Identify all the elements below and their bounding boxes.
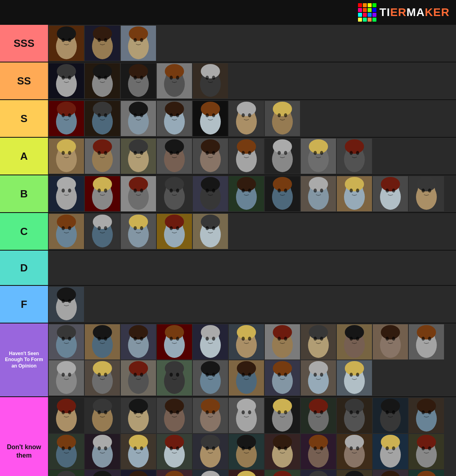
char-slot[interactable] <box>157 470 192 476</box>
char-slot[interactable] <box>121 470 156 476</box>
char-slot[interactable] <box>265 360 300 396</box>
char-slot[interactable] <box>85 470 120 476</box>
char-slot[interactable] <box>265 470 300 476</box>
char-slot[interactable] <box>337 139 372 174</box>
char-slot[interactable] <box>337 360 372 396</box>
char-slot[interactable] <box>121 101 156 136</box>
char-slot[interactable] <box>301 176 336 211</box>
char-slot[interactable] <box>229 139 264 174</box>
char-slot[interactable] <box>49 176 84 211</box>
char-slot[interactable] <box>85 398 120 433</box>
char-slot[interactable] <box>373 398 408 433</box>
char-slot[interactable] <box>265 101 300 136</box>
char-slot[interactable] <box>157 101 192 136</box>
char-slot[interactable] <box>85 26 120 61</box>
char-slot[interactable] <box>337 434 372 469</box>
char-slot[interactable] <box>49 324 84 360</box>
char-slot[interactable] <box>121 176 156 211</box>
char-slot[interactable] <box>121 360 156 396</box>
char-slot[interactable] <box>337 324 372 360</box>
char-slot[interactable] <box>301 360 336 396</box>
char-slot[interactable] <box>157 176 192 211</box>
char-slot[interactable] <box>301 324 336 360</box>
char-slot[interactable] <box>121 434 156 469</box>
char-slot[interactable] <box>157 434 192 469</box>
char-slot[interactable] <box>49 287 84 322</box>
char-slot[interactable] <box>85 176 120 211</box>
char-slot[interactable] <box>193 398 228 433</box>
char-slot[interactable] <box>337 398 372 433</box>
char-slot[interactable] <box>337 470 372 476</box>
char-slot[interactable] <box>121 214 156 249</box>
char-slot[interactable] <box>157 139 192 174</box>
svg-rect-183 <box>301 139 336 174</box>
char-slot[interactable] <box>157 398 192 433</box>
svg-rect-375 <box>229 324 264 360</box>
char-slot[interactable] <box>265 139 300 174</box>
char-slot[interactable] <box>373 324 408 360</box>
char-slot[interactable] <box>49 101 84 136</box>
char-slot[interactable] <box>409 176 444 211</box>
svg-rect-23 <box>121 26 156 61</box>
char-slot[interactable] <box>157 360 192 396</box>
char-slot[interactable] <box>49 139 84 174</box>
char-slot[interactable] <box>49 470 84 476</box>
char-slot[interactable] <box>121 324 156 360</box>
char-slot[interactable] <box>49 398 84 433</box>
char-slot[interactable] <box>409 434 444 469</box>
char-slot[interactable] <box>193 470 228 476</box>
char-slot[interactable] <box>85 360 120 396</box>
char-slot[interactable] <box>49 360 84 396</box>
char-slot[interactable] <box>409 398 444 433</box>
char-slot[interactable] <box>229 324 264 360</box>
char-slot[interactable] <box>373 176 408 211</box>
char-slot[interactable] <box>157 324 192 360</box>
char-slot[interactable] <box>301 398 336 433</box>
char-slot[interactable] <box>193 139 228 174</box>
char-slot[interactable] <box>229 101 264 136</box>
svg-rect-663 <box>409 434 444 469</box>
char-slot[interactable] <box>265 176 300 211</box>
char-slot[interactable] <box>193 214 228 249</box>
char-slot[interactable] <box>193 324 228 360</box>
char-slot[interactable] <box>265 434 300 469</box>
char-slot[interactable] <box>157 214 192 249</box>
char-slot[interactable] <box>229 398 264 433</box>
char-slot[interactable] <box>85 139 120 174</box>
char-slot[interactable] <box>85 434 120 469</box>
char-slot[interactable] <box>193 176 228 211</box>
char-slot[interactable] <box>49 434 84 469</box>
char-slot[interactable] <box>121 398 156 433</box>
char-slot[interactable] <box>193 101 228 136</box>
char-slot[interactable] <box>121 139 156 174</box>
char-slot[interactable] <box>193 434 228 469</box>
char-slot[interactable] <box>85 101 120 136</box>
char-slot[interactable] <box>301 139 336 174</box>
char-slot[interactable] <box>49 214 84 249</box>
char-slot[interactable] <box>49 63 84 98</box>
char-slot[interactable] <box>229 360 264 396</box>
char-slot[interactable] <box>121 63 156 98</box>
tier-label-s: S <box>0 100 48 137</box>
char-slot[interactable] <box>301 470 336 476</box>
char-slot[interactable] <box>85 63 120 98</box>
char-slot[interactable] <box>337 176 372 211</box>
char-slot[interactable] <box>229 176 264 211</box>
char-slot[interactable] <box>373 434 408 469</box>
char-slot[interactable] <box>121 26 156 61</box>
char-slot[interactable] <box>193 63 228 98</box>
char-slot[interactable] <box>409 324 444 360</box>
svg-rect-439 <box>121 360 156 396</box>
char-slot[interactable] <box>229 470 264 476</box>
char-slot[interactable] <box>373 470 408 476</box>
char-slot[interactable] <box>193 360 228 396</box>
char-slot[interactable] <box>265 398 300 433</box>
char-slot[interactable] <box>229 434 264 469</box>
char-slot[interactable] <box>85 214 120 249</box>
char-slot[interactable] <box>301 434 336 469</box>
char-slot[interactable] <box>157 63 192 98</box>
char-slot[interactable] <box>265 324 300 360</box>
char-slot[interactable] <box>409 470 444 476</box>
char-slot[interactable] <box>85 324 120 360</box>
char-slot[interactable] <box>49 26 84 61</box>
